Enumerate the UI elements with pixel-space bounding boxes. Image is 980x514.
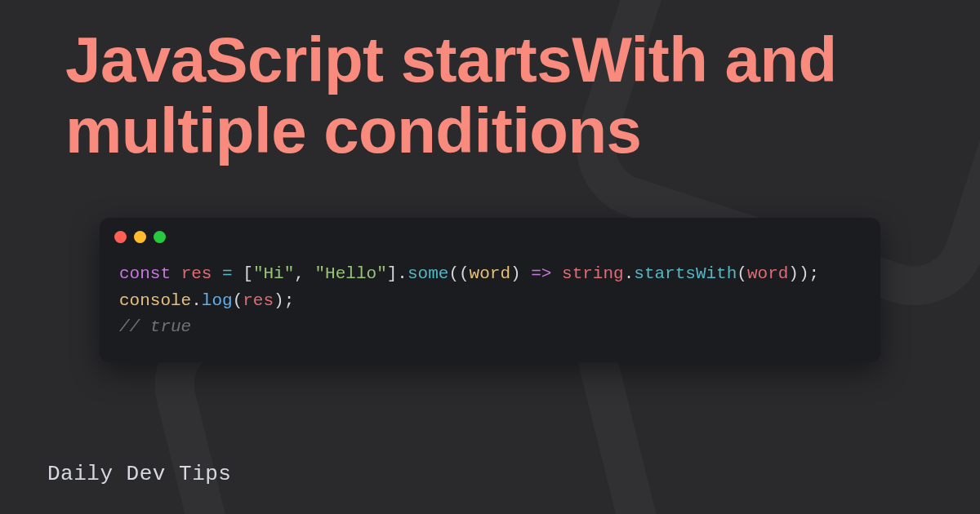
code-token-string: "Hello" bbox=[315, 264, 387, 283]
code-token-space bbox=[551, 264, 562, 283]
code-token-param: word bbox=[470, 264, 510, 283]
close-icon bbox=[114, 231, 127, 243]
code-token-punc: ] bbox=[387, 264, 398, 283]
code-token-variable: res bbox=[181, 264, 212, 283]
code-token-punc: [ bbox=[243, 264, 253, 283]
code-token-object: string bbox=[562, 264, 624, 283]
code-token-string: "Hi" bbox=[253, 264, 294, 283]
code-token-punc: , bbox=[294, 264, 314, 283]
code-token-method: log bbox=[202, 291, 233, 310]
code-token-variable: res bbox=[243, 291, 274, 310]
code-token-space bbox=[233, 264, 243, 283]
code-token-operator: = bbox=[222, 264, 233, 283]
code-token-punc: . bbox=[191, 291, 202, 310]
code-token-punc: ) bbox=[510, 264, 531, 283]
window-titlebar bbox=[100, 218, 880, 250]
code-token-punc: (( bbox=[448, 264, 469, 283]
maximize-icon bbox=[154, 231, 166, 243]
minimize-icon bbox=[134, 231, 146, 243]
code-token-space bbox=[171, 264, 181, 283]
code-token-punc: . bbox=[624, 264, 635, 283]
code-token-punc: ); bbox=[274, 291, 294, 310]
code-token-param: word bbox=[747, 264, 788, 283]
code-token-punc: . bbox=[397, 264, 408, 283]
code-block: const res = ["Hi", "Hello"].some((word) … bbox=[100, 250, 880, 362]
code-token-object: console bbox=[119, 291, 191, 310]
code-window: const res = ["Hi", "Hello"].some((word) … bbox=[100, 218, 880, 362]
code-token-space bbox=[212, 264, 222, 283]
code-token-comment: // true bbox=[119, 317, 191, 336]
code-token-punc: )); bbox=[788, 264, 819, 283]
code-token-punc: ( bbox=[233, 291, 243, 310]
code-token-arrow: => bbox=[531, 264, 551, 283]
footer-brand: Daily Dev Tips bbox=[47, 462, 231, 486]
code-token-method: some bbox=[408, 264, 448, 283]
code-token-punc: ( bbox=[737, 264, 747, 283]
page-title: JavaScript startsWith and multiple condi… bbox=[65, 24, 931, 167]
code-token-keyword: const bbox=[119, 264, 171, 283]
code-token-method: startsWith bbox=[634, 264, 737, 283]
